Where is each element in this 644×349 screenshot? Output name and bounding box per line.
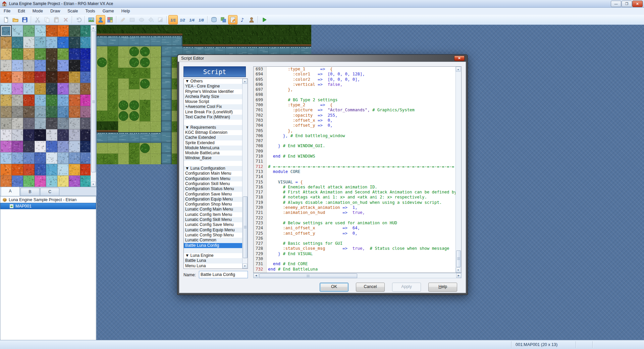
script-item-row[interactable]: Configuration Main Menu bbox=[184, 171, 248, 176]
script-item-row[interactable]: Battle Luna Config bbox=[184, 243, 248, 248]
script-item-row[interactable]: Menu Luna bbox=[184, 264, 248, 269]
code-editor[interactable]: 693 :type_1 => {694 :color1 => [0, 0, 0,… bbox=[253, 66, 462, 273]
playtest-button[interactable] bbox=[260, 15, 269, 24]
ok-button[interactable]: OK bbox=[320, 283, 348, 292]
script-item-row[interactable]: Lunatic Config Shop Menu bbox=[184, 233, 248, 238]
script-group-row[interactable]: ▼ Requirements bbox=[184, 125, 248, 130]
script-item-row[interactable]: Configuration Skill Menu bbox=[184, 181, 248, 186]
script-item-row[interactable]: Lunatic Config Item Menu bbox=[184, 212, 248, 217]
scroll-right-arrow-icon[interactable]: ▶ bbox=[456, 273, 461, 278]
menu-item-edit[interactable]: Edit bbox=[14, 8, 29, 15]
close-button[interactable]: ✕ bbox=[632, 1, 643, 7]
script-item-row[interactable]: KGC Bitmap Extension bbox=[184, 130, 248, 135]
playtest-icon bbox=[261, 16, 268, 23]
script-item-row[interactable]: Battle Luna bbox=[184, 258, 248, 263]
zoom-1-4-button[interactable]: 1/4 bbox=[187, 15, 197, 24]
scroll-down-arrow-icon[interactable]: ▼ bbox=[91, 182, 96, 187]
palette-scrollbar[interactable]: ▲ ▼ bbox=[91, 25, 96, 187]
script-list-scrollbar[interactable]: ▲▼ bbox=[242, 79, 248, 269]
script-item-row[interactable]: Configuration Status Menu bbox=[184, 186, 248, 191]
maximize-button[interactable]: ❐ bbox=[622, 1, 632, 7]
minimize-button[interactable]: — bbox=[611, 1, 621, 7]
script-item-row[interactable]: Configuration Shop Menu bbox=[184, 202, 248, 207]
script-item-row[interactable]: Module BattleLuna bbox=[184, 151, 248, 156]
script-item-row[interactable]: Lunatic Config Equip Menu bbox=[184, 228, 248, 233]
dialog-close-icon[interactable]: ✕ bbox=[454, 56, 465, 61]
code-h-scrollbar[interactable]: ◀ ▶ bbox=[253, 273, 462, 278]
script-name-input[interactable] bbox=[199, 271, 248, 278]
line-number: 724 bbox=[254, 226, 266, 231]
palette-tab-a[interactable]: A bbox=[1, 187, 20, 196]
menu-item-mode[interactable]: Mode bbox=[29, 8, 47, 15]
script-group-row[interactable]: ▼ Others bbox=[184, 79, 248, 84]
character-generator-icon bbox=[248, 16, 255, 23]
menu-item-help[interactable]: Help bbox=[118, 8, 134, 15]
menu-item-scale[interactable]: Scale bbox=[64, 8, 82, 15]
tile-palette[interactable]: ▲ ▼ bbox=[0, 25, 96, 187]
script-item-row[interactable]: Cache Extended bbox=[184, 135, 248, 140]
script-item-row[interactable]: Archeia Party Size bbox=[184, 94, 248, 99]
scroll-up-arrow-icon[interactable]: ▲ bbox=[456, 67, 461, 72]
scroll-up-arrow-icon[interactable]: ▲ bbox=[91, 25, 96, 30]
script-scroll-thumb[interactable] bbox=[243, 196, 248, 258]
script-item-row[interactable]: Line Break Fix (LoneWolf) bbox=[184, 110, 248, 115]
palette-scroll-thumb[interactable] bbox=[91, 31, 96, 172]
dialog-title-bar[interactable]: Script Editor ✕ bbox=[178, 55, 467, 62]
script-item-row[interactable]: Lunatic Config Main Menu bbox=[184, 207, 248, 212]
script-item-row[interactable]: Window_Base bbox=[184, 156, 248, 161]
menu-item-tools[interactable]: Tools bbox=[82, 8, 99, 15]
code-h-scroll-thumb[interactable] bbox=[259, 274, 357, 278]
zoom-1-2-button[interactable]: 1/2 bbox=[178, 15, 187, 24]
save-project-button[interactable] bbox=[20, 15, 30, 24]
script-group-row[interactable]: ▼ Luna Configuration bbox=[184, 166, 248, 171]
script-item-row[interactable]: Text Cache Fix (Mithran) bbox=[184, 115, 248, 120]
scroll-down-arrow-icon[interactable]: ▼ bbox=[243, 264, 247, 269]
menu-item-file[interactable]: File bbox=[0, 8, 14, 15]
script-item-row[interactable]: Mouse Script bbox=[184, 99, 248, 104]
sound-test-button[interactable]: ♪ bbox=[237, 15, 247, 24]
script-item-row[interactable]: Rhyme's Window Identifier bbox=[184, 89, 248, 94]
palette-tab-b[interactable]: B bbox=[20, 188, 40, 195]
open-project-button[interactable] bbox=[11, 15, 20, 24]
zoom-1-1-button[interactable]: 1/1 bbox=[168, 15, 178, 24]
script-item-row[interactable]: Module MenuLuna bbox=[184, 146, 248, 151]
line-number: 710 bbox=[254, 154, 266, 159]
script-item-row[interactable]: Lunatic Common bbox=[184, 238, 248, 243]
tile-palette-canvas[interactable] bbox=[0, 25, 92, 187]
region-mode-button[interactable] bbox=[105, 15, 115, 24]
project-title: Luna Engine Sample Project - Etrian bbox=[9, 197, 76, 202]
scroll-left-arrow-icon[interactable]: ◀ bbox=[254, 273, 259, 278]
script-item-row[interactable]: YEA - Core Engine bbox=[184, 84, 248, 89]
menu-item-draw[interactable]: Draw bbox=[47, 8, 64, 15]
code-scroll-thumb[interactable] bbox=[456, 250, 461, 267]
script-item-row[interactable]: Sprite Extended bbox=[184, 140, 248, 146]
script-item-row[interactable]: Lunatic Config Save Menu bbox=[184, 222, 248, 227]
menu-item-game[interactable]: Game bbox=[99, 8, 118, 15]
map-mode-button[interactable] bbox=[87, 15, 96, 24]
code-line: 693 :type_1 => { bbox=[254, 67, 461, 72]
script-list[interactable]: ▼ OthersYEA - Core EngineRhyme's Window … bbox=[183, 78, 248, 269]
code-v-scrollbar[interactable]: ▲▼ bbox=[455, 67, 461, 273]
zoom-1-8-button[interactable]: 1/8 bbox=[197, 15, 206, 24]
script-item-row[interactable]: Configuration Equip Menu bbox=[184, 197, 248, 202]
new-project-button[interactable] bbox=[1, 15, 11, 24]
script-item-row[interactable]: Configuration Item Menu bbox=[184, 176, 248, 181]
script-item-row[interactable]: Configuration Save Menu bbox=[184, 192, 248, 197]
tree-map-item[interactable]: MAP001 bbox=[0, 203, 96, 209]
line-number: 708 bbox=[254, 143, 266, 149]
ellipse-tool-icon bbox=[138, 16, 145, 23]
character-generator-button[interactable] bbox=[247, 15, 256, 24]
tree-root-item[interactable]: Luna Engine Sample Project - Etrian bbox=[0, 196, 96, 203]
palette-tab-c[interactable]: C bbox=[40, 188, 59, 195]
script-item-row[interactable]: +Awesome Cool Fix bbox=[184, 104, 248, 109]
scroll-up-arrow-icon[interactable]: ▲ bbox=[243, 79, 247, 84]
script-item-row[interactable]: Lunatic Config Skill Menu bbox=[184, 217, 248, 222]
database-button[interactable] bbox=[209, 15, 219, 24]
script-editor-button[interactable] bbox=[228, 15, 237, 24]
event-mode-button[interactable] bbox=[96, 15, 105, 24]
resource-manager-button[interactable] bbox=[219, 15, 228, 24]
help-button[interactable]: Help bbox=[428, 283, 457, 292]
script-group-row[interactable]: ▼ Luna Engine bbox=[184, 253, 248, 258]
scroll-down-arrow-icon[interactable]: ▼ bbox=[456, 268, 461, 273]
cancel-button[interactable]: Cancel bbox=[356, 283, 385, 292]
